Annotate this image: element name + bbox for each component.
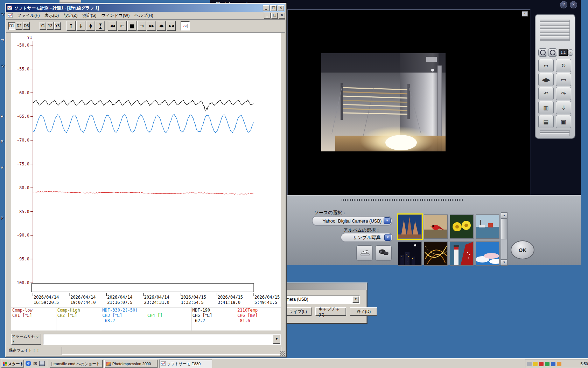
step-back-button[interactable]: ← — [118, 21, 127, 31]
close-icon[interactable]: × — [522, 11, 528, 16]
axis-y1-button[interactable]: Y1 — [40, 22, 46, 30]
compress-horizontal-button[interactable]: ▶◀ — [167, 21, 176, 31]
exit-button[interactable]: 終了(D) — [350, 307, 377, 316]
step-forward-button[interactable]: → — [137, 21, 146, 31]
status-icon-blue[interactable] — [551, 362, 555, 366]
save-button[interactable]: ⇓ — [556, 101, 571, 114]
status-icon-red[interactable] — [539, 362, 544, 366]
svg-text:Y1: Y1 — [27, 35, 32, 40]
thumbnail-lighthouse[interactable] — [450, 241, 474, 266]
close-button[interactable]: × — [570, 1, 577, 8]
expand-vertical-button[interactable]: ▲▼ — [86, 21, 95, 31]
thumbnail-scrollbar[interactable]: ▲ ▼ — [501, 212, 507, 266]
stop-button[interactable]: ■ — [127, 21, 136, 31]
alarm-combobox[interactable]: ▼ — [43, 334, 281, 345]
scroll-up-icon[interactable]: ▲ — [501, 213, 507, 219]
alarm-reset-button[interactable]: アラームリセット — [11, 334, 41, 345]
thumbnail-yellow-flowers[interactable] — [450, 214, 474, 239]
graph-settings-button[interactable] — [181, 21, 190, 30]
menu-item[interactable]: 測定(S) — [80, 12, 99, 20]
copy-button[interactable]: ▥ — [538, 101, 554, 114]
zoom-in-button[interactable] — [538, 48, 547, 57]
thumbnail-rock-spires[interactable] — [398, 214, 422, 239]
album-dropdown[interactable]: サンプル写真 ▼ — [341, 233, 393, 242]
capture-button[interactable]: キャプチャ(C) — [315, 307, 346, 316]
flip-horizontal-button[interactable]: ◀▶ — [538, 73, 554, 86]
scrollbar-thumb[interactable] — [501, 219, 507, 239]
display-d1-button[interactable]: D1 — [8, 22, 15, 30]
mdi-minimize-button[interactable]: _ — [264, 13, 271, 19]
status-icon-yellow[interactable] — [533, 362, 538, 366]
new-page-button[interactable]: ▭ — [556, 73, 571, 86]
undo-button[interactable]: ↶ — [538, 87, 554, 100]
menu-item[interactable]: ファイル(F) — [15, 12, 42, 20]
video-camera-icon — [378, 249, 389, 257]
resize-button[interactable]: ↔ — [538, 59, 554, 72]
menu-item[interactable]: ウィンドウ(W) — [99, 12, 132, 20]
menu-item[interactable]: 設定(Z) — [61, 12, 80, 20]
chevron-down-icon[interactable]: ▼ — [273, 334, 280, 344]
thumbnail-city-night[interactable] — [398, 241, 422, 266]
redo-button[interactable]: ↷ — [556, 87, 571, 100]
print-button[interactable]: ▤ — [538, 115, 554, 128]
chevron-down-icon[interactable]: ▼ — [352, 296, 359, 303]
svg-text:-50.0: -50.0 — [17, 43, 29, 48]
minimize-button[interactable]: _ — [263, 5, 270, 11]
start-button[interactable]: スタート — [1, 360, 24, 368]
svg-text:-95.0: -95.0 — [17, 257, 29, 261]
rotate-button[interactable]: ↻ — [556, 59, 571, 72]
task-softthermo[interactable]: ソフトサーモ E830 — [159, 360, 212, 368]
fast-back-button[interactable]: ◀◀ — [108, 21, 117, 31]
live-button[interactable]: ライブ(L) — [284, 307, 312, 316]
status-icon-green[interactable] — [545, 362, 550, 366]
scanner-button[interactable] — [356, 245, 373, 261]
thumbnail-harbor[interactable] — [476, 214, 499, 239]
chevron-down-icon[interactable]: ▼ — [384, 234, 391, 241]
graph-window-icon[interactable] — [8, 13, 13, 18]
compress-vertical-button[interactable]: ▼▲ — [96, 21, 105, 31]
menu-item[interactable]: 表示(D) — [42, 12, 61, 20]
zoom-out-button[interactable] — [548, 48, 557, 57]
fit-button[interactable]: ▫ — [568, 49, 573, 56]
mdi-restore-button[interactable]: □ — [271, 13, 278, 19]
chevron-down-icon[interactable]: ▼ — [384, 217, 391, 224]
desktop-icon-label: V — [1, 165, 3, 170]
print-icon: ▤ — [543, 118, 548, 125]
tool-panel: 1:1 ▫ ↔↻◀▶▭↶↷▥⇓▤▣ — [535, 14, 575, 139]
printer-icon[interactable] — [527, 362, 532, 366]
svg-text:5:49:41.5: 5:49:41.5 — [254, 300, 277, 305]
fast-forward-button[interactable]: ▶▶ — [147, 21, 156, 31]
mail-icon[interactable]: ✉ — [33, 361, 37, 366]
scroll-down-icon[interactable]: ▼ — [501, 259, 507, 265]
maximize-button[interactable]: □ — [270, 5, 277, 11]
thumbnail-sky-clouds[interactable] — [476, 241, 499, 266]
resize-grip[interactable] — [280, 351, 285, 356]
photoimpression-icon — [106, 362, 111, 366]
thumbnail-light-streaks[interactable] — [424, 241, 448, 266]
frame-button[interactable]: ▣ — [556, 115, 571, 128]
display-d2-button[interactable]: D2 — [16, 22, 22, 30]
star-icon[interactable] — [557, 362, 561, 366]
channel-id: CH5 [℃] — [192, 313, 235, 318]
axis-y3-button[interactable]: Y3 — [54, 22, 61, 30]
desktop: マママPPVP PhotoImpression ? × × — [0, 0, 588, 368]
channel-name: MDF-330-2(-50) — [102, 308, 145, 313]
task-photoimpression[interactable]: PhotoImpression 2000 — [104, 360, 158, 368]
close-button[interactable]: × — [278, 5, 284, 11]
thumbnail-cardinal-bird[interactable] — [424, 214, 448, 239]
source-dropdown[interactable]: Yahoo! Digital Camera (USB) ▼ — [312, 216, 392, 226]
axis-y2-button[interactable]: Y2 — [47, 22, 54, 30]
display-d3-button[interactable]: D3 — [23, 22, 30, 30]
show-desktop-icon[interactable] — [39, 361, 45, 366]
menu-item[interactable]: ヘルプ(H) — [132, 12, 156, 20]
help-button[interactable]: ? — [560, 1, 567, 8]
scroll-down-button[interactable]: ↓ — [76, 21, 85, 31]
task-cmd[interactable]: transfile.cmd へのショート.. — [50, 360, 103, 368]
scroll-up-button[interactable]: ↑ — [66, 21, 76, 31]
mdi-close-button[interactable]: × — [279, 13, 285, 19]
video-camera-button[interactable] — [375, 245, 392, 261]
ok-button[interactable]: OK — [511, 240, 534, 259]
expand-horizontal-button[interactable]: ◀▶ — [157, 21, 166, 31]
thermo-titlebar[interactable]: ソフトサーモ計測－計測1 - [折れ線グラフ 1] _ □ × — [6, 4, 285, 12]
internet-explorer-icon[interactable]: e — [26, 361, 31, 366]
